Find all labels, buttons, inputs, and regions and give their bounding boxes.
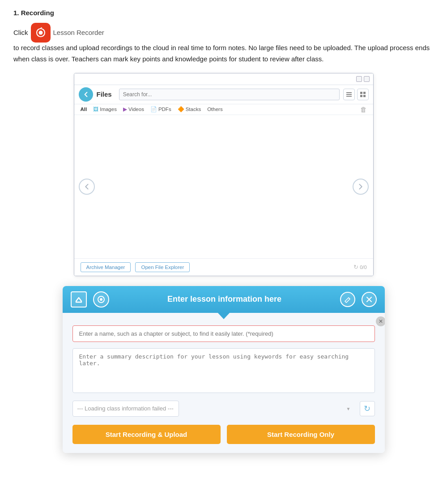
lesson-dialog: Enter lesson information here ✕ <box>63 286 385 453</box>
lesson-dialog-header: Enter lesson information here <box>63 286 385 313</box>
dialog-footer-buttons: Start Recording & Upload Start Recording… <box>72 425 375 444</box>
filter-images[interactable]: 🖼 Images <box>93 106 117 112</box>
intro-block: Click Lesson Recorder to record classes … <box>13 23 434 65</box>
filter-pdfs[interactable]: 📄 PDFs <box>150 106 171 112</box>
files-toolbar-icons <box>343 89 369 100</box>
filter-all[interactable]: All <box>81 107 87 112</box>
lesson-recorder-inline: Lesson Recorder <box>31 23 104 43</box>
svg-rect-3 <box>346 94 352 95</box>
filter-videos[interactable]: ▶ Videos <box>123 106 144 112</box>
lesson-desc-textarea[interactable] <box>72 348 375 393</box>
files-search-input[interactable] <box>119 89 340 100</box>
dialog-title: Enter lesson information here <box>115 295 334 304</box>
filter-all-label: All <box>81 107 87 112</box>
filter-pdfs-label: PDFs <box>158 107 171 112</box>
svg-rect-6 <box>363 92 366 94</box>
click-label: Click <box>13 27 28 38</box>
files-screenshot-wrap: Files All 🖼 Images ▶ Videos <box>13 73 434 276</box>
lesson-recorder-app-icon <box>31 23 51 43</box>
files-next-arrow[interactable] <box>353 179 369 195</box>
files-toolbar: Files <box>74 85 373 104</box>
files-filter-bar: All 🖼 Images ▶ Videos 📄 PDFs 🔶 Stacks Ot… <box>74 104 373 115</box>
dialog-refresh-button[interactable]: ↻ <box>360 401 375 416</box>
files-content-area <box>74 115 373 258</box>
filter-others[interactable]: Others <box>207 107 223 112</box>
files-count: ↻ 0/0 <box>353 264 366 270</box>
trash-button[interactable]: 🗑 <box>360 106 367 113</box>
start-recording-upload-btn[interactable]: Start Recording & Upload <box>72 425 221 444</box>
dialog-class-row: --- Loading class information failed ---… <box>72 401 375 417</box>
dialog-edit-button[interactable] <box>340 292 355 307</box>
app-name-label: Lesson Recorder <box>53 27 104 38</box>
filter-images-label: Images <box>100 107 117 112</box>
svg-point-10 <box>100 298 102 301</box>
lesson-name-input[interactable] <box>72 325 375 342</box>
titlebar-maximize[interactable] <box>364 76 370 82</box>
svg-rect-5 <box>360 92 362 94</box>
archive-manager-btn[interactable]: Archive Manager <box>81 262 131 272</box>
filter-stacks-label: Stacks <box>186 107 201 112</box>
filter-others-label: Others <box>207 107 223 112</box>
svg-rect-8 <box>363 95 366 97</box>
files-title-label: Files <box>97 90 112 98</box>
titlebar-minimize[interactable] <box>356 76 362 82</box>
dialog-triangle <box>217 312 230 319</box>
files-count-label: 0/0 <box>360 265 366 270</box>
svg-rect-4 <box>346 96 352 97</box>
titlebar-controls <box>356 76 370 82</box>
dialog-body: --- Loading class information failed ---… <box>63 313 385 453</box>
start-recording-only-btn[interactable]: Start Recording Only <box>227 425 375 444</box>
files-prev-arrow[interactable] <box>79 179 95 195</box>
filter-videos-label: Videos <box>128 107 144 112</box>
files-footer: Archive Manager Open File Explorer ↻ 0/0 <box>74 258 373 276</box>
files-window: Files All 🖼 Images ▶ Videos <box>74 73 374 276</box>
svg-rect-2 <box>346 92 352 93</box>
open-file-explorer-btn[interactable]: Open File Explorer <box>135 262 190 272</box>
section-heading: 1. Recording <box>13 9 434 17</box>
dialog-record-button[interactable] <box>93 291 109 308</box>
refresh-icon: ↻ <box>353 264 358 270</box>
dialog-class-select[interactable]: --- Loading class information failed --- <box>72 401 179 417</box>
files-list-view-btn[interactable] <box>343 89 355 100</box>
dialog-up-button[interactable] <box>71 291 87 308</box>
dialog-close-button[interactable] <box>362 292 377 307</box>
dialog-close-x-badge[interactable]: ✕ <box>376 316 385 326</box>
svg-rect-7 <box>360 95 362 97</box>
filter-stacks[interactable]: 🔶 Stacks <box>178 106 201 112</box>
files-main-content <box>99 120 348 254</box>
intro-description: to record classes and upload recordings … <box>13 43 434 65</box>
lesson-dialog-screenshot-wrap: Enter lesson information here ✕ <box>13 286 434 453</box>
dialog-class-select-wrap: --- Loading class information failed --- <box>72 401 355 417</box>
svg-point-1 <box>38 31 43 35</box>
files-back-button[interactable] <box>79 87 93 102</box>
files-grid-view-btn[interactable] <box>357 89 369 100</box>
files-titlebar <box>74 73 373 85</box>
